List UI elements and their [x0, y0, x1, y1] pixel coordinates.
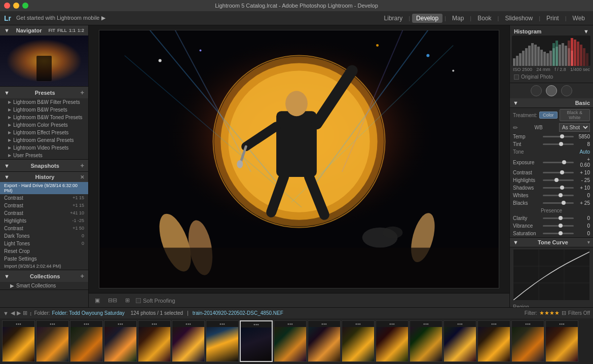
history-item-contrast2[interactable]: Contrast+1 15	[0, 202, 88, 209]
view-mode-compare[interactable]: ⊟⊟	[106, 297, 119, 304]
clarity-thumb[interactable]	[559, 216, 563, 220]
nav-map[interactable]: Map	[448, 14, 468, 23]
fit-btn[interactable]: FIT	[48, 28, 55, 33]
preset-general[interactable]: ▶Lightroom General Presets	[0, 136, 88, 144]
smart-collections-item[interactable]: ▶ Smart Collections	[0, 282, 88, 289]
1to2-btn[interactable]: 1:2	[78, 28, 84, 33]
snapshots-add-button[interactable]: +	[80, 162, 84, 169]
exposure-slider[interactable]	[543, 162, 574, 163]
highlights-thumb[interactable]	[554, 178, 559, 182]
filmstrip-thumb-12[interactable]: ●●●	[376, 320, 409, 362]
soft-proofing-checkbox[interactable]	[136, 298, 141, 303]
presets-add-button[interactable]: +	[80, 89, 84, 96]
nav-web[interactable]: Web	[569, 14, 589, 23]
filmstrip-thumb-9[interactable]: ●●●	[274, 320, 307, 362]
star-filter[interactable]: ★★★★	[539, 310, 560, 316]
maximize-button[interactable]	[22, 3, 28, 9]
history-item-paste-settings[interactable]: Paste Settings	[0, 255, 88, 263]
tint-thumb[interactable]	[559, 142, 563, 146]
filmstrip-grid[interactable]: ⊞	[23, 310, 27, 316]
wb-select[interactable]: As Shot Auto Daylight	[559, 123, 590, 132]
filmstrip-thumb-8-selected[interactable]: ●●●	[240, 320, 273, 362]
treatment-circle-2[interactable]	[546, 85, 557, 96]
blacks-slider[interactable]	[543, 202, 574, 204]
treatment-circle-1[interactable]	[531, 85, 542, 96]
temp-slider[interactable]	[543, 136, 574, 137]
nav-slideshow[interactable]: Slideshow	[501, 14, 537, 23]
preset-user[interactable]: ▶User Presets	[0, 152, 88, 159]
bw-treatment-btn[interactable]: Black & White	[560, 109, 590, 121]
treatment-circle-3[interactable]	[561, 85, 572, 96]
whites-slider[interactable]	[543, 195, 574, 196]
shadows-thumb[interactable]	[560, 186, 564, 190]
filmstrip-thumb-6[interactable]: ●●●	[172, 320, 205, 362]
view-mode-survey[interactable]: ⊞	[123, 297, 132, 304]
preset-effect[interactable]: ▶Lightroom Effect Presets	[0, 129, 88, 136]
nav-book[interactable]: Book	[473, 14, 495, 23]
history-item-highlights[interactable]: Highlights-1 -25	[0, 217, 88, 225]
preset-bw[interactable]: ▶Lightroom B&W Presets	[0, 106, 88, 114]
navigator-header[interactable]: ▼ Navigator FIT FILL 1:1 1:2	[0, 25, 88, 35]
nav-print[interactable]: Print	[542, 14, 563, 23]
filmstrip-thumb-14[interactable]: ●●●	[443, 320, 476, 362]
history-item-light-tones[interactable]: Light Tones0	[0, 240, 88, 247]
filmstrip-nav-back[interactable]: ◀	[11, 310, 15, 316]
history-item-reset-crop[interactable]: Reset Crop	[0, 247, 88, 255]
original-photo-checkbox[interactable]	[514, 75, 519, 80]
filmstrip-thumb-5[interactable]: ●●●	[138, 320, 171, 362]
saturation-thumb[interactable]	[559, 231, 563, 235]
basic-section-header[interactable]: ▼ Basic	[510, 98, 593, 108]
collections-header[interactable]: ▼ Collections +	[0, 270, 88, 282]
nav-develop[interactable]: Develop	[412, 14, 442, 23]
exposure-thumb[interactable]	[562, 160, 566, 164]
history-item-export[interactable]: Export - Hard Drive (9/28/14 6:32:00 PM)	[0, 182, 88, 194]
history-close[interactable]: ✕	[80, 174, 84, 180]
history-item-dark-tones[interactable]: Dark Tones0	[0, 232, 88, 240]
preset-bw-filter[interactable]: ▶Lightroom B&W Filter Presets	[0, 98, 88, 106]
filters-off-label[interactable]: Filters Off	[568, 310, 590, 316]
color-treatment-btn[interactable]: Color	[539, 112, 558, 119]
filmstrip-sort[interactable]: ↕	[29, 310, 32, 316]
eyedropper-icon[interactable]: ✏	[513, 124, 518, 131]
filmstrip-thumb-16[interactable]: ●●●	[511, 320, 544, 362]
filter-options[interactable]: ⊟	[562, 310, 566, 316]
contrast-slider[interactable]	[543, 172, 574, 173]
getting-started-link[interactable]: Get started with Lightroom mobile ▶	[16, 15, 105, 21]
filmstrip-toggle[interactable]: ▼	[3, 310, 9, 316]
filmstrip-thumb-1[interactable]: ●●●	[2, 320, 35, 362]
1to1-btn[interactable]: 1:1	[69, 28, 76, 33]
temp-thumb[interactable]	[560, 134, 564, 138]
nav-library[interactable]: Library	[380, 14, 407, 23]
filmstrip-thumb-7[interactable]: ●●●	[206, 320, 239, 362]
fill-btn[interactable]: FILL	[57, 28, 67, 33]
presets-header[interactable]: ▼ Presets +	[0, 87, 88, 98]
blacks-thumb[interactable]	[562, 201, 566, 205]
minimize-button[interactable]	[13, 3, 19, 9]
contrast-thumb[interactable]	[560, 170, 564, 174]
highlights-slider[interactable]	[543, 179, 574, 181]
saturation-slider[interactable]	[543, 233, 574, 234]
history-item-contrast4[interactable]: Contrast+1 50	[0, 225, 88, 232]
history-header[interactable]: ▼ History ✕	[0, 172, 88, 182]
tone-curve-options[interactable]: ▾	[587, 240, 590, 245]
history-item-import[interactable]: Import (9/28/14 2:02:44 PM)	[0, 263, 88, 270]
filmstrip-thumb-10[interactable]: ●●●	[308, 320, 341, 362]
tint-slider[interactable]	[543, 143, 574, 145]
filmstrip-thumb-3[interactable]: ●●●	[70, 320, 103, 362]
history-item-contrast3[interactable]: Contrast+41 10	[0, 209, 88, 217]
main-photo[interactable]	[99, 30, 499, 288]
clarity-slider[interactable]	[543, 217, 574, 219]
snapshots-header[interactable]: ▼ Snapshots +	[0, 160, 88, 171]
close-button[interactable]	[4, 3, 10, 9]
filmstrip-thumb-17[interactable]: ●●●	[545, 320, 578, 362]
filmstrip-thumb-15[interactable]: ●●●	[477, 320, 510, 362]
filmstrip-thumb-11[interactable]: ●●●	[342, 320, 375, 362]
auto-button[interactable]: Auto	[579, 149, 590, 155]
view-mode-single[interactable]: ▣	[93, 297, 102, 304]
collections-add-button[interactable]: +	[80, 272, 84, 280]
preset-color[interactable]: ▶Lightroom Color Presets	[0, 121, 88, 129]
preset-bw-toned[interactable]: ▶Lightroom B&W Toned Presets	[0, 114, 88, 121]
shadows-slider[interactable]	[543, 187, 574, 189]
filmstrip-nav-forward[interactable]: ▶	[17, 310, 21, 316]
filmstrip-thumb-2[interactable]: ●●●	[36, 320, 69, 362]
